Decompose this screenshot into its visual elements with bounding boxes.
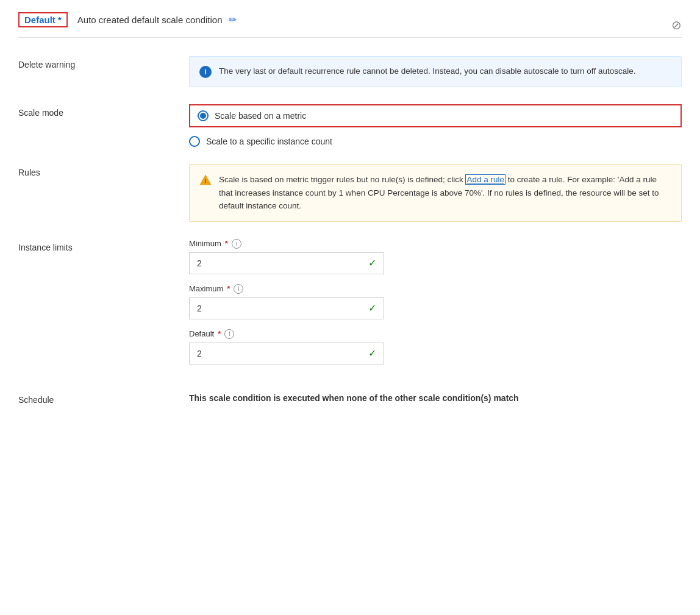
default-input[interactable]: 2 ✓ [189,343,384,364]
scale-metric-option[interactable]: Scale based on a metric [189,104,682,127]
rules-row: Rules ! Scale is based on metric trigger… [18,164,682,222]
scale-mode-label: Scale mode [18,104,189,118]
default-badge: Default * [18,12,68,27]
default-label-text: Default [189,329,214,338]
maximum-field: Maximum * i 2 ✓ [189,284,682,319]
minimum-field-label: Minimum * i [189,239,682,249]
delete-warning-text: The very last or default recurrence rule… [219,65,635,77]
minimum-field: Minimum * i 2 ✓ [189,239,682,274]
default-field-label: Default * i [189,329,682,339]
schedule-content: This scale condition is executed when no… [189,391,682,405]
maximum-check-icon: ✓ [368,302,376,314]
scale-instance-option[interactable]: Scale to a specific instance count [189,136,682,147]
scale-mode-content: Scale based on a metric Scale to a speci… [189,104,682,147]
svg-text:!: ! [205,178,207,184]
header: Default * Auto created default scale con… [18,12,682,38]
rules-text-part1: Scale is based on metric trigger rules b… [219,175,465,184]
default-field: Default * i 2 ✓ [189,329,682,364]
scale-instance-label: Scale to a specific instance count [206,137,332,146]
header-title: Auto created default scale condition [77,15,223,25]
delete-warning-box: i The very last or default recurrence ru… [189,56,682,87]
minimum-check-icon: ✓ [368,257,376,269]
minimum-required-star: * [225,239,228,248]
default-required-star: * [218,329,221,338]
default-info-icon[interactable]: i [224,329,234,339]
page-container: Default * Auto created default scale con… [0,0,700,615]
delete-warning-label: Delete warning [18,56,189,69]
minimum-value: 2 [197,258,202,268]
add-rule-link[interactable]: Add a rule [465,174,505,185]
minimum-label-text: Minimum [189,239,221,248]
default-value: 2 [197,349,202,358]
rules-content: ! Scale is based on metric trigger rules… [189,164,682,222]
maximum-value: 2 [197,304,202,313]
close-icon[interactable]: ⊘ [671,18,682,32]
scale-metric-radio[interactable] [198,110,209,121]
edit-icon[interactable]: ✏ [229,14,237,26]
rules-label: Rules [18,164,189,177]
scale-instance-radio[interactable] [189,136,200,147]
schedule-row: Schedule This scale condition is execute… [18,391,682,405]
rules-warning-text: Scale is based on metric trigger rules b… [219,173,671,213]
instance-limits-content: Minimum * i 2 ✓ Maximum * i 2 ✓ [189,239,682,374]
scale-metric-label: Scale based on a metric [215,111,306,121]
delete-warning-content: i The very last or default recurrence ru… [189,56,682,87]
maximum-input[interactable]: 2 ✓ [189,297,384,319]
warning-triangle-icon: ! [199,174,212,186]
schedule-text: This scale condition is executed when no… [189,391,682,405]
delete-warning-row: Delete warning i The very last or defaul… [18,56,682,87]
scale-mode-row: Scale mode Scale based on a metric Scale… [18,104,682,147]
schedule-label: Schedule [18,391,189,405]
maximum-required-star: * [227,284,230,293]
scale-mode-radio-group: Scale based on a metric Scale to a speci… [189,104,682,147]
maximum-field-label: Maximum * i [189,284,682,294]
default-check-icon: ✓ [368,347,376,359]
instance-limits-label: Instance limits [18,239,189,252]
minimum-input[interactable]: 2 ✓ [189,252,384,274]
instance-limits-row: Instance limits Minimum * i 2 ✓ Maximum … [18,239,682,374]
info-icon: i [199,66,212,78]
minimum-info-icon[interactable]: i [232,239,241,249]
maximum-label-text: Maximum [189,284,223,293]
maximum-info-icon[interactable]: i [234,284,243,294]
rules-warning-box: ! Scale is based on metric trigger rules… [189,164,682,222]
